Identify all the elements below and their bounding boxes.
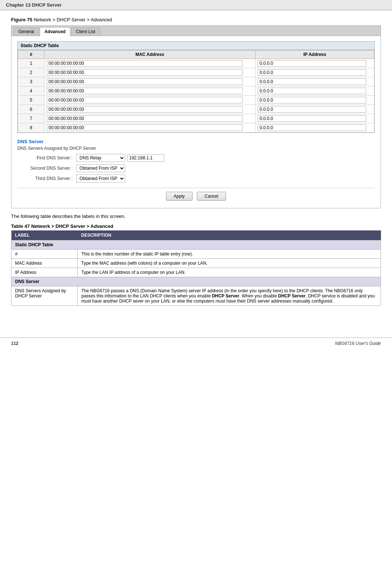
chapter-title: Chapter 13 DHCP Server [6, 2, 62, 8]
row-num: 3 [18, 77, 45, 87]
ip-input[interactable] [258, 60, 366, 67]
row-ip[interactable] [255, 77, 374, 87]
row-mac[interactable] [44, 96, 255, 105]
col-header-num: # [18, 50, 45, 59]
ip-input[interactable] [258, 106, 366, 113]
third-dns-select[interactable]: Obtained From ISP DNS Relay [76, 174, 125, 183]
cell-label: IP Address [11, 268, 78, 277]
row-num: 4 [18, 87, 45, 96]
tab-client-list[interactable]: Client List [71, 27, 100, 36]
dns-server-section: DNS Server DNS Servers Assigned by DHCP … [17, 139, 375, 183]
footer-guide-name: NBG6716 User's Guide [335, 341, 381, 346]
table-row: 5 [18, 96, 374, 105]
row-num: 7 [18, 114, 45, 123]
col-header-mac: MAC Address [44, 50, 255, 59]
table-title: Network > DHCP Server > Advanced [30, 223, 113, 229]
row-num: 8 [18, 123, 45, 133]
row-mac[interactable] [44, 68, 255, 77]
page-number: 112 [11, 341, 18, 346]
row-ip[interactable] [255, 87, 374, 96]
ip-input[interactable] [258, 115, 366, 122]
data-row: DNS Servers Assigned by DHCP ServerThe N… [11, 286, 381, 306]
dns-subtitle: DNS Servers Assigned by DHCP Server [17, 146, 375, 151]
first-dns-select[interactable]: DNS Relay Obtained From ISP [76, 154, 125, 162]
first-dns-ip[interactable] [127, 154, 164, 162]
row-num: 6 [18, 105, 45, 114]
row-num: 1 [18, 59, 45, 68]
row-ip[interactable] [255, 96, 374, 105]
ui-frame: General Advanced Client List Static DHCP… [11, 25, 381, 208]
ip-input[interactable] [258, 88, 366, 94]
row-mac[interactable] [44, 87, 255, 96]
table-header-description: DESCRIPTION [78, 230, 381, 240]
static-dhcp-section: Static DHCP Table # MAC Address IP Addre… [17, 41, 375, 133]
mac-input[interactable] [47, 88, 243, 94]
table-header-label: LABEL [11, 230, 78, 240]
static-dhcp-title: Static DHCP Table [18, 42, 374, 50]
row-mac[interactable] [44, 105, 255, 114]
mac-input[interactable] [47, 97, 243, 103]
mac-input[interactable] [47, 60, 243, 67]
section-label: Static DHCP Table [11, 240, 381, 250]
mac-input[interactable] [47, 115, 243, 122]
col-header-ip: IP Address [255, 50, 374, 59]
figure-title: Network > DHCP Server > Advanced [32, 17, 112, 22]
third-dns-row: Third DNS Server : Obtained From ISP DNS… [17, 174, 375, 183]
row-ip[interactable] [255, 123, 374, 133]
row-ip[interactable] [255, 59, 374, 68]
row-mac[interactable] [44, 77, 255, 87]
table-row: 8 [18, 123, 374, 133]
section-row: Static DHCP Table [11, 240, 381, 250]
row-ip[interactable] [255, 114, 374, 123]
cell-label: # [11, 250, 78, 259]
section-row: DNS Server [11, 277, 381, 286]
cell-label: MAC Address [11, 259, 78, 268]
cancel-button[interactable]: Cancel [197, 192, 226, 201]
mac-input[interactable] [47, 124, 243, 131]
third-dns-label: Third DNS Server : [17, 176, 76, 181]
dns-section-title: DNS Server [17, 139, 375, 144]
row-mac[interactable] [44, 59, 255, 68]
apply-button[interactable]: Apply [166, 192, 193, 201]
cell-desc: This is the index number of the static I… [78, 250, 381, 259]
button-row: Apply Cancel [17, 188, 375, 203]
data-row: IP AddressType the LAN IP address of a c… [11, 268, 381, 277]
table-row: 2 [18, 68, 374, 77]
row-mac[interactable] [44, 114, 255, 123]
cell-desc: Type the LAN IP address of a computer on… [78, 268, 381, 277]
first-dns-label: First DNS Server : [17, 155, 76, 160]
table-caption: Table 47 Network > DHCP Server > Advance… [11, 223, 381, 229]
table-number: Table 47 [11, 223, 30, 229]
panel-body: Static DHCP Table # MAC Address IP Addre… [11, 36, 381, 208]
mac-input[interactable] [47, 69, 243, 76]
following-text: The following table describes the labels… [11, 214, 381, 219]
table-row: 4 [18, 87, 374, 96]
page-footer: 112 NBG6716 User's Guide [0, 338, 392, 349]
second-dns-select[interactable]: Obtained From ISP DNS Relay [76, 164, 125, 172]
tab-bar: General Advanced Client List [11, 26, 381, 36]
ip-input[interactable] [258, 69, 366, 76]
data-row: MAC AddressType the MAC address (with co… [11, 259, 381, 268]
tab-advanced[interactable]: Advanced [40, 27, 70, 36]
ip-input[interactable] [258, 124, 366, 131]
ip-input[interactable] [258, 78, 366, 85]
second-dns-label: Second DNS Server : [17, 166, 76, 171]
ip-input[interactable] [258, 97, 366, 103]
figure-number: Figure 75 [11, 17, 32, 22]
table-47: Table 47 Network > DHCP Server > Advance… [11, 223, 381, 306]
row-ip[interactable] [255, 105, 374, 114]
mac-input[interactable] [47, 106, 243, 113]
chapter-header: Chapter 13 DHCP Server [0, 0, 392, 10]
cell-desc: Type the MAC address (with colons) of a … [78, 259, 381, 268]
table-row: 6 [18, 105, 374, 114]
mac-input[interactable] [47, 78, 243, 85]
tab-general[interactable]: General [14, 27, 39, 36]
second-dns-row: Second DNS Server : Obtained From ISP DN… [17, 164, 375, 172]
row-mac[interactable] [44, 123, 255, 133]
section-label: DNS Server [11, 277, 381, 286]
figure-caption: Figure 75 Network > DHCP Server > Advanc… [11, 17, 381, 22]
table-row: 1 [18, 59, 374, 68]
first-dns-row: First DNS Server : DNS Relay Obtained Fr… [17, 154, 375, 162]
row-ip[interactable] [255, 68, 374, 77]
static-dhcp-table: # MAC Address IP Address 1 2 3 4 [18, 50, 374, 133]
